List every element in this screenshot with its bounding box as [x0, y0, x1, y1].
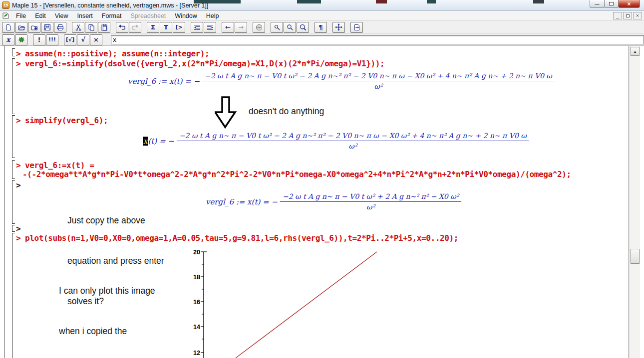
redo-button[interactable]: [129, 22, 141, 33]
forward-arrow-icon: →: [238, 24, 244, 30]
zoom-150-icon: [287, 24, 294, 31]
insert-tab-button[interactable]: [350, 22, 363, 33]
worksheet-area[interactable]: > assume(n::positive); assume(n::integer…: [0, 46, 630, 358]
new-file-icon: [5, 24, 12, 31]
evaluate-worksheet-button[interactable]: Σ: [147, 22, 159, 33]
x-symbol-icon: x: [6, 36, 10, 43]
vertical-scrollbar[interactable]: ▲: [630, 46, 640, 358]
minimize-button[interactable]: —: [590, 0, 605, 8]
group-bracket: [12, 233, 15, 358]
scrollbar-thumb[interactable]: [631, 249, 640, 264]
print-button[interactable]: [54, 22, 66, 33]
menu-view[interactable]: View: [50, 11, 73, 20]
undo-button[interactable]: [116, 22, 128, 33]
insert-maple-input-button[interactable]: [>: [173, 22, 185, 33]
menu-file[interactable]: File: [11, 11, 30, 20]
selected-text: x: [143, 137, 148, 146]
empty-input-prompt[interactable]: >: [16, 180, 20, 190]
window-title: Maple 15 - [Versnellen, constante snelhe…: [12, 2, 208, 9]
new-button[interactable]: [2, 22, 14, 33]
maple-leaf-icon: [18, 36, 25, 43]
annotation-line: I can only plot this image: [59, 284, 158, 298]
execute-statement-button[interactable]: !: [33, 34, 45, 45]
print-icon: [57, 24, 64, 31]
menu-window[interactable]: Window: [170, 11, 201, 20]
cancel-button[interactable]: ×: [90, 34, 102, 45]
empty-input-prompt[interactable]: >: [16, 224, 20, 233]
indent-button[interactable]: [204, 22, 216, 33]
maple-input-line[interactable]: vergl_6:=x(t) =: [25, 161, 94, 170]
y-tick-label: 20: [193, 249, 200, 256]
go-forward-button[interactable]: →: [235, 22, 247, 33]
input-prompt: >: [16, 59, 20, 68]
mdi-minimize-button[interactable]: _: [613, 12, 622, 19]
menu-help[interactable]: Help: [202, 11, 224, 20]
output-equation-3: vergl_6 := x(t) = − −2 ω t A g n~ π − V0…: [206, 192, 461, 211]
stop-icon: [256, 24, 263, 31]
equation-lhs: (t) = −: [148, 137, 174, 146]
close-button[interactable]: ×: [618, 0, 640, 8]
show-invisible-marks-button[interactable]: ¶: [315, 22, 327, 33]
scroll-up-button[interactable]: ▲: [631, 47, 640, 56]
stop-button[interactable]: [253, 22, 265, 33]
title-bar: 15 Maple 15 - [Versnellen, constante sne…: [0, 0, 644, 11]
group-bracket: [12, 180, 15, 224]
indent-icon: [207, 24, 214, 30]
menu-spreadsheet: Spreadsheet: [126, 11, 170, 20]
undo-icon: [118, 24, 126, 30]
math-mode-button[interactable]: x: [2, 34, 14, 45]
down-arrow-annotation: [215, 96, 238, 129]
paste-clipboard-icon: [101, 24, 108, 31]
maple-input-line[interactable]: vergl_6:=simplify(dsolve({vergl_2,x(2*n*…: [25, 59, 384, 68]
maple-input-line[interactable]: assume(n::positive); assume(n::integer);: [25, 49, 209, 58]
zoom-100-button[interactable]: [271, 22, 283, 33]
maple-doc-icon: [2, 12, 9, 19]
fraction: −2 ω t A g n~ π − V0 t ω² − 2 A g n~² π²…: [202, 72, 555, 90]
maple-app-icon: 15: [2, 1, 9, 9]
menu-bar: File Edit View Insert Format Spreadsheet…: [0, 11, 644, 21]
maple-input-line[interactable]: plot(subs(n=1,V0=0,X0=0,omega=1,A=0.05,t…: [25, 233, 458, 243]
command-line-input[interactable]: [111, 35, 644, 44]
save-button[interactable]: [41, 22, 53, 33]
execute-worksheet-button[interactable]: !!!: [46, 34, 58, 45]
zoom-200-button[interactable]: [297, 22, 309, 33]
annotation-line: Just copy the above: [67, 214, 164, 227]
worksheet-right-border: [628, 46, 629, 358]
insert-text-button[interactable]: T: [160, 22, 172, 33]
maple-window: 15 Maple 15 - [Versnellen, constante sne…: [0, 0, 644, 358]
maple-input-line[interactable]: simplify(vergl_6);: [25, 116, 108, 125]
copy-button[interactable]: [85, 22, 97, 33]
group-bracket: [12, 160, 15, 179]
triple-exclamation-icon: !!!: [48, 37, 56, 42]
mdi-restore-button[interactable]: [623, 12, 632, 19]
equation-lhs: vergl_6 := x(t) = −: [128, 77, 200, 86]
open-button[interactable]: [15, 22, 27, 33]
mdi-close-button[interactable]: ×: [633, 12, 642, 19]
menu-format[interactable]: Format: [97, 11, 126, 20]
y-tick-label: 14: [193, 324, 200, 331]
output-equation-2: x(t) = − −2 ω t A g n~ π − V0 t ω² − 2 A…: [143, 132, 529, 150]
paste-button[interactable]: [98, 22, 110, 33]
background-window-fragment: [533, 0, 544, 3]
go-back-button[interactable]: ←: [222, 22, 234, 33]
denominator: ω²: [348, 141, 357, 150]
cut-button[interactable]: [72, 22, 84, 33]
menu-edit[interactable]: Edit: [30, 11, 50, 20]
open-url-button[interactable]: [28, 22, 40, 33]
numerator: −2 ω t A g n~ π − V0 t ω² − 2 A g n~² π²…: [177, 132, 529, 141]
save-floppy-icon: [44, 24, 51, 31]
outdent-button[interactable]: [191, 22, 203, 33]
expand-view-button[interactable]: [332, 22, 345, 33]
plot-output[interactable]: 20 18 16 14 12: [190, 248, 389, 358]
denominator: ω²: [374, 81, 382, 90]
input-prompt: >: [16, 161, 20, 170]
window-controls: — ×: [590, 0, 640, 8]
maple-input-continuation[interactable]: -(-2*omega*t*A*g*n*Pi-V0*t*omega^2-2*A*g…: [22, 170, 571, 179]
menu-insert[interactable]: Insert: [73, 11, 97, 20]
restore-button[interactable]: [604, 0, 619, 8]
input-prompt: >: [16, 233, 20, 243]
maple-leaf-button[interactable]: [15, 34, 27, 45]
check-syntax-button[interactable]: [√]: [64, 34, 76, 45]
zoom-150-button[interactable]: [284, 22, 296, 33]
confirm-button[interactable]: √: [77, 34, 89, 45]
